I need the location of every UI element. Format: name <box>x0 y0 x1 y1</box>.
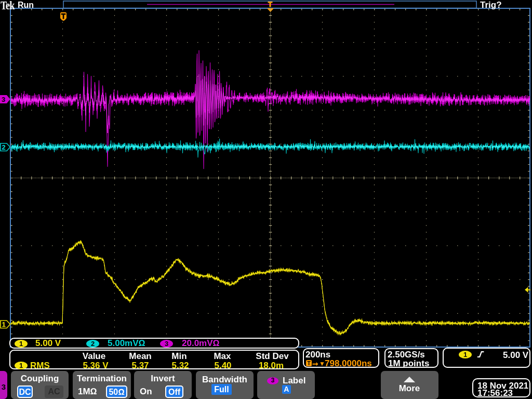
svg-text:1: 1 <box>2 321 5 328</box>
svg-text:3: 3 <box>2 96 5 103</box>
svg-text:2: 2 <box>2 143 5 151</box>
